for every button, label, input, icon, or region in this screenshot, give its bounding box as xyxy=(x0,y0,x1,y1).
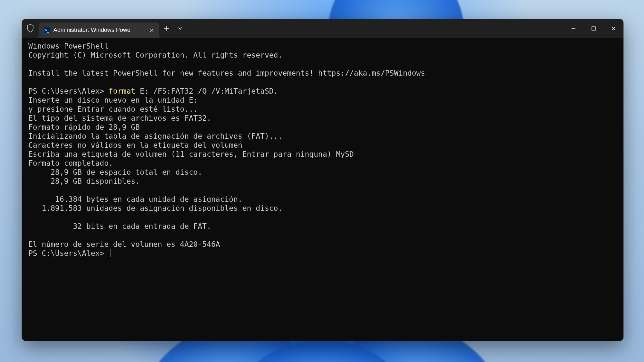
term-line: Caracteres no válidos en la etiqueta del… xyxy=(28,141,242,149)
term-line: Install the latest PowerShell for new fe… xyxy=(28,69,425,77)
prompt: PS C:\Users\Alex> xyxy=(28,87,109,95)
minimize-button[interactable] xyxy=(564,19,583,38)
term-line: 28,9 GB disponibles. xyxy=(28,177,140,185)
cursor xyxy=(110,249,110,257)
term-line: 28,9 GB de espacio total en disco. xyxy=(28,168,202,176)
term-line: Formato completado. xyxy=(28,159,113,167)
term-line: 1.891.583 unidades de asignación disponi… xyxy=(28,204,282,212)
tab-powershell[interactable]: >_ Administrator: Windows Powe xyxy=(39,23,159,38)
desktop-wallpaper: >_ Administrator: Windows Powe xyxy=(0,0,644,362)
term-line: 32 bits en cada entrada de FAT. xyxy=(28,222,211,230)
close-button[interactable] xyxy=(603,19,623,38)
svg-rect-0 xyxy=(592,27,595,30)
command-keyword: format xyxy=(109,87,135,95)
term-line: Inserte un disco nuevo en la unidad E: xyxy=(28,96,198,104)
term-line: Copyright (C) Microsoft Corporation. All… xyxy=(28,51,282,59)
titlebar[interactable]: >_ Administrator: Windows Powe xyxy=(22,19,623,38)
term-line: El tipo del sistema de archivos es FAT32… xyxy=(28,114,211,122)
command-args: E: /FS:FAT32 /Q /V:MiTarjetaSD. xyxy=(135,87,278,95)
tab-title: Administrator: Windows Powe xyxy=(53,27,145,33)
term-line: Formato rápido de 28,9 GB xyxy=(28,123,140,131)
terminal-output[interactable]: Windows PowerShell Copyright (C) Microso… xyxy=(22,38,623,341)
term-line: y presione Entrar cuando esté listo... xyxy=(28,105,198,113)
terminal-window: >_ Administrator: Windows Powe xyxy=(22,19,623,341)
term-line: Inicializando la tabla de asignación de … xyxy=(28,132,282,140)
powershell-icon: >_ xyxy=(43,27,50,34)
tab-dropdown-button[interactable] xyxy=(174,19,187,38)
prompt: PS C:\Users\Alex> xyxy=(28,249,109,257)
tab-close-button[interactable] xyxy=(148,27,155,34)
term-line: El número de serie del volumen es 4A20-5… xyxy=(28,240,220,248)
term-line: 16.384 bytes en cada unidad de asignació… xyxy=(28,195,242,203)
term-line: Escriba una etiqueta de volumen (11 cara… xyxy=(28,150,354,158)
term-line: Windows PowerShell xyxy=(28,42,109,50)
maximize-button[interactable] xyxy=(583,19,603,38)
